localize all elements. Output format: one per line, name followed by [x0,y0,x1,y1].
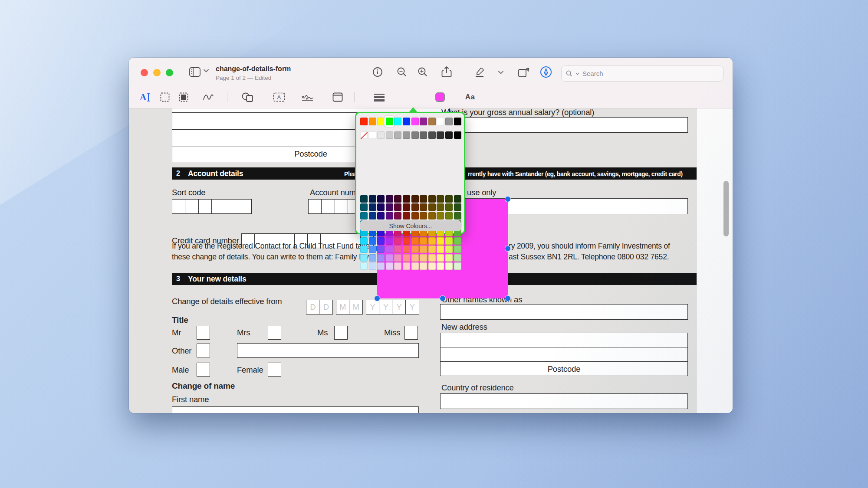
grid-color-r1c1[interactable] [369,203,376,211]
grid-color-r8c11[interactable] [454,262,461,270]
zoom-out-icon[interactable] [395,65,409,79]
grid-color-r5c3[interactable] [386,237,393,245]
highlight-icon[interactable] [473,65,487,79]
grid-color-r8c5[interactable] [403,262,410,270]
grid-color-r7c9[interactable] [437,254,444,262]
grid-color-r8c10[interactable] [445,262,453,270]
digit-box[interactable] [225,199,239,214]
digit-box[interactable] [334,233,348,248]
show-colors-button[interactable]: Show Colours... [360,220,461,231]
grid-color-r6c8[interactable] [428,246,436,253]
grid-color-r7c7[interactable] [420,254,427,262]
grid-color-r6c7[interactable] [420,246,427,253]
gray-swatch-8[interactable] [428,131,436,139]
gray-swatch-10[interactable] [445,131,453,139]
color-swatch-5[interactable] [403,118,410,125]
sidebar-chevron-icon[interactable] [204,69,209,72]
grid-color-r1c2[interactable] [377,203,385,211]
grid-color-r7c3[interactable] [386,254,393,262]
female-checkbox[interactable] [268,363,281,377]
minimize-button[interactable] [153,69,161,76]
grid-color-r6c2[interactable] [377,246,385,253]
country-box[interactable] [440,393,688,409]
grid-color-r0c5[interactable] [403,195,410,203]
other-checkbox[interactable] [197,344,210,357]
digit-box[interactable] [294,233,308,248]
line-style-tool[interactable] [372,90,387,104]
grid-color-r5c1[interactable] [369,237,376,245]
date-box-y7[interactable]: Y [405,300,419,314]
grid-color-r0c1[interactable] [369,195,376,203]
grid-color-r6c11[interactable] [454,246,461,253]
digit-box[interactable] [238,199,252,214]
markup-icon[interactable] [539,65,553,79]
text-style-chevron-icon[interactable] [477,124,482,127]
grid-color-r6c0[interactable] [360,246,368,253]
grid-color-r8c0[interactable] [360,262,368,270]
digit-box[interactable] [308,199,322,214]
date-box-y6[interactable]: Y [392,300,406,314]
color-swatch-9[interactable] [437,118,444,125]
gray-swatch-3[interactable] [386,131,393,139]
title-mr-checkbox[interactable] [197,326,210,340]
color-swatch-0[interactable] [360,118,368,125]
date-box-m3[interactable]: M [349,300,363,314]
grid-color-r6c6[interactable] [411,246,419,253]
grid-color-r2c9[interactable] [437,212,444,219]
grid-color-r2c1[interactable] [369,212,376,219]
info-icon[interactable] [371,65,385,79]
grid-color-r0c0[interactable] [360,195,368,203]
grid-color-r0c2[interactable] [377,195,385,203]
digit-box[interactable] [211,199,225,214]
sort-code-boxes[interactable] [172,199,251,214]
note-tool[interactable] [330,90,345,104]
fill-color-tool[interactable] [433,90,447,104]
color-swatch-4[interactable] [394,118,401,125]
digit-box[interactable] [335,199,349,214]
grid-color-r2c11[interactable] [454,212,461,219]
grid-color-r6c10[interactable] [445,246,453,253]
grid-color-r1c3[interactable] [386,203,393,211]
grid-color-r8c6[interactable] [411,262,419,270]
grid-color-r7c10[interactable] [445,254,453,262]
gray-swatch-2[interactable] [377,131,385,139]
gray-swatch-9[interactable] [437,131,444,139]
grid-color-r0c3[interactable] [386,195,393,203]
redact-tool[interactable] [176,90,191,104]
grid-color-r0c4[interactable] [394,195,401,203]
grid-color-r6c3[interactable] [386,246,393,253]
selection-handle-top-right[interactable] [505,196,511,202]
grid-color-r2c0[interactable] [360,212,368,219]
grid-color-r7c6[interactable] [411,254,419,262]
title-miss-checkbox[interactable] [404,326,418,340]
digit-box[interactable] [254,233,268,248]
grid-color-r8c8[interactable] [428,262,436,270]
signature-tool[interactable] [300,90,315,104]
grid-color-r7c4[interactable] [394,254,401,262]
grid-color-r0c11[interactable] [454,195,461,203]
color-swatch-10[interactable] [445,118,453,125]
grid-color-r6c1[interactable] [369,246,376,253]
text-style-tool[interactable]: Aa [463,90,477,104]
color-swatch-3[interactable] [386,118,393,125]
color-swatch-11[interactable] [454,118,461,125]
color-swatch-2[interactable] [377,118,385,125]
selection-handle-mid-right[interactable] [505,246,511,252]
gray-swatch-4[interactable] [394,131,401,139]
title-ms-checkbox[interactable] [334,326,348,340]
grid-color-r8c9[interactable] [437,262,444,270]
date-box-y5[interactable]: Y [379,300,393,314]
grid-color-r1c8[interactable] [428,203,436,211]
grid-color-r8c2[interactable] [377,262,385,270]
digit-box[interactable] [281,233,295,248]
gray-swatch-6[interactable] [411,131,419,139]
selection-handle-bottom-left[interactable] [374,295,380,301]
date-boxes[interactable]: DDMMYYYY [306,300,418,314]
grid-color-r0c9[interactable] [437,195,444,203]
grid-color-r7c2[interactable] [377,254,385,262]
scrollbar-thumb[interactable] [723,181,729,236]
digit-box[interactable] [321,199,335,214]
gray-swatch-11[interactable] [454,131,461,139]
rect-selection-tool[interactable] [158,90,172,104]
rotate-icon[interactable] [517,65,531,79]
